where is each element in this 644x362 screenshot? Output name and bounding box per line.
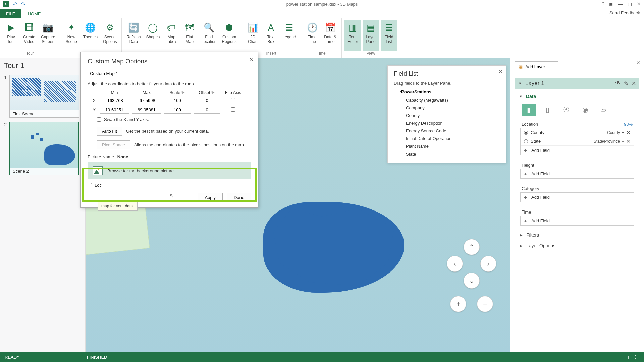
y-offset-input[interactable] [194, 106, 220, 114]
pan-left-button[interactable]: ‹ [447, 256, 463, 272]
custom-regions-button[interactable]: ⬢Custom Regions [220, 20, 239, 51]
add-field-row[interactable]: +Add Field [521, 169, 634, 178]
location-confidence[interactable]: 98% [624, 122, 633, 127]
field-item[interactable]: Initial Date of Operation [394, 135, 500, 142]
remove-icon[interactable]: ✕ [627, 130, 630, 135]
minimize-icon[interactable]: — [618, 1, 623, 7]
pencil-icon[interactable]: ✎ [624, 80, 628, 87]
stacked-column-viz[interactable]: ▮ [522, 104, 536, 116]
fullscreen-icon[interactable]: ▣ [609, 1, 613, 7]
close-icon[interactable]: ✕ [636, 60, 641, 66]
scene-item[interactable]: 2 Scene 2 [4, 122, 81, 175]
scene-item[interactable]: 1 First Scene [4, 75, 81, 118]
close-icon[interactable]: ✕ [637, 1, 641, 7]
eye-icon[interactable]: 👁 [615, 80, 621, 87]
text-box-button[interactable]: AText Box [263, 20, 279, 51]
redo-icon[interactable]: ↷ [21, 1, 25, 7]
find-location-button[interactable]: 🔍Find Location [199, 20, 218, 51]
view-full-icon[interactable]: ⛶ [635, 355, 639, 360]
layer-pane-button[interactable]: ▤Layer Pane [363, 20, 379, 51]
pan-right-button[interactable]: › [480, 256, 496, 272]
scene-options-button[interactable]: ⚙Scene Options [101, 20, 119, 51]
tour-editor-button[interactable]: ▥Tour Editor [344, 20, 361, 51]
y-max-input[interactable] [132, 106, 161, 114]
add-field-row[interactable]: +Add Field [521, 193, 634, 202]
x-flip-checkbox[interactable] [223, 98, 243, 102]
field-item[interactable]: Company [394, 104, 500, 112]
scene-thumbnail[interactable]: First Scene [9, 75, 79, 118]
filters-section[interactable]: ▶ Filters [515, 230, 639, 240]
radio-selected[interactable] [524, 131, 528, 135]
view-normal-icon[interactable]: ▭ [619, 355, 623, 360]
chevron-down-icon[interactable]: ▼ [518, 81, 522, 85]
clustered-column-viz[interactable]: ▯ [540, 104, 554, 116]
y-min-input[interactable] [100, 106, 129, 114]
tilt-up-button[interactable]: ⌃ [464, 239, 480, 255]
send-feedback-link[interactable]: Send Feedback [609, 10, 640, 15]
zoom-out-button[interactable]: − [477, 296, 493, 312]
location-row[interactable]: County County ▾ ✕ [521, 128, 634, 137]
map-labels-button[interactable]: 🏷Map Labels [163, 20, 180, 51]
remove-icon[interactable]: ✕ [627, 139, 630, 144]
field-item[interactable]: Energy Description [394, 119, 500, 127]
field-item[interactable]: Plant Name [394, 142, 500, 150]
file-tab[interactable]: FILE [0, 9, 21, 18]
capture-screen-button[interactable]: 📷Capture Screen [39, 20, 57, 51]
restore-icon[interactable]: ▢ [628, 1, 632, 7]
zoom-in-button[interactable]: + [450, 296, 466, 312]
x-scale-input[interactable] [164, 97, 191, 104]
table-name[interactable]: PowerStations [401, 89, 500, 94]
expand-icon[interactable]: ▾ [400, 90, 402, 94]
x-max-input[interactable] [132, 97, 161, 104]
heatmap-viz[interactable]: ◉ [578, 104, 592, 116]
tilt-down-button[interactable]: ⌄ [464, 273, 480, 289]
help-icon[interactable]: ? [602, 1, 604, 7]
refresh-data-button[interactable]: 🔄Refresh Data [124, 20, 143, 51]
scene-thumbnail[interactable]: Scene 2 [9, 122, 79, 175]
close-icon[interactable]: ✕ [249, 56, 253, 63]
location-row[interactable]: State State/Province ▾ ✕ [521, 137, 634, 146]
browse-picture-button[interactable]: Browse for the background picture. [88, 162, 251, 179]
chevron-down-icon[interactable]: ▾ [622, 139, 624, 144]
done-button[interactable]: Done [227, 193, 251, 202]
create-video-button[interactable]: 🎞Create Video [21, 20, 38, 51]
new-scene-button[interactable]: ✦New Scene [63, 20, 80, 51]
chevron-down-icon[interactable]: ▾ [622, 130, 624, 135]
field-item[interactable]: State [394, 150, 500, 158]
y-flip-checkbox[interactable] [223, 107, 243, 112]
layer-header[interactable]: ▼ Layer 1 👁 ✎ ✕ [515, 78, 639, 89]
2d-chart-button[interactable]: 📊2D Chart [245, 20, 261, 51]
delete-icon[interactable]: ✕ [632, 80, 636, 87]
add-field-row[interactable]: + Add Field [521, 146, 634, 155]
timeline-button[interactable]: 🕑Time Line [304, 20, 321, 51]
field-item[interactable]: County [394, 112, 500, 119]
swap-axis-checkbox[interactable] [97, 117, 101, 122]
add-field-row[interactable]: +Add Field [521, 216, 634, 225]
datetime-button[interactable]: 📅Date & Time [322, 20, 339, 51]
undo-icon[interactable]: ↶ [13, 1, 17, 7]
field-item[interactable]: Energy Source Code [394, 127, 500, 135]
x-offset-input[interactable] [194, 97, 220, 104]
bubble-viz[interactable]: ⦿ [559, 104, 573, 116]
apply-button[interactable]: Apply [198, 193, 223, 202]
x-min-input[interactable] [100, 97, 129, 104]
data-section-header[interactable]: ▼ Data [515, 92, 639, 101]
legend-button[interactable]: ☰Legend [281, 20, 298, 51]
auto-fit-button[interactable]: Auto Fit [97, 127, 122, 136]
layer-options-section[interactable]: ▶ Layer Options [515, 240, 639, 251]
play-tour-button[interactable]: ▶Play Tour [3, 20, 19, 51]
add-layer-button[interactable]: ▦ Add Layer [515, 61, 558, 72]
radio-unselected[interactable] [524, 139, 528, 143]
flat-map-button[interactable]: 🗺Flat Map [181, 20, 198, 51]
lock-aspect-checkbox[interactable] [88, 183, 92, 187]
y-scale-input[interactable] [164, 106, 191, 114]
shapes-button[interactable]: ◯Shapes [144, 20, 162, 51]
themes-button[interactable]: 🌐Themes [81, 20, 100, 51]
region-viz[interactable]: ▱ [597, 104, 611, 116]
map-name-input[interactable] [88, 70, 251, 77]
home-tab[interactable]: HOME [21, 9, 47, 18]
close-icon[interactable]: ✕ [498, 68, 503, 75]
field-item[interactable]: Capacity (Megawatts) [394, 96, 500, 104]
view-wide-icon[interactable]: ▯ [628, 355, 630, 360]
field-list-button[interactable]: ☰Field List [381, 20, 397, 51]
